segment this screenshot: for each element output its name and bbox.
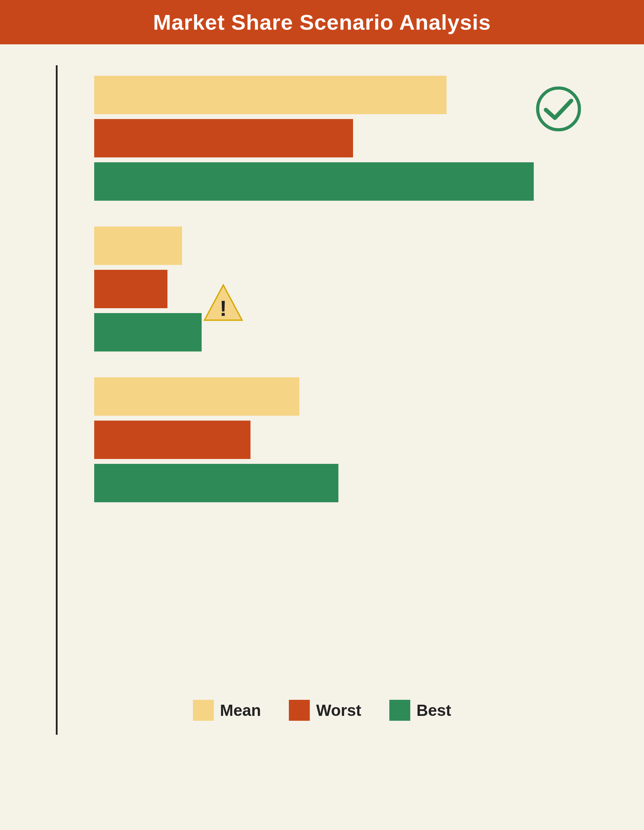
bar-row-mean-3 — [94, 377, 609, 416]
bar-row-worst-1 — [94, 119, 609, 157]
legend-item-worst: Worst — [289, 700, 361, 721]
legend-label-worst: Worst — [316, 701, 361, 720]
bar-best-1 — [94, 162, 534, 201]
legend-swatch-best — [389, 700, 410, 721]
chart-header: Market Share Scenario Analysis — [0, 0, 644, 44]
legend-label-mean: Mean — [220, 701, 261, 720]
checkmark-icon — [536, 86, 581, 131]
chart-title: Market Share Scenario Analysis — [153, 10, 491, 34]
bar-row-best-2 — [94, 313, 609, 352]
bar-worst-2 — [94, 270, 168, 308]
legend-swatch-mean — [193, 700, 214, 721]
bar-best-2 — [94, 313, 202, 352]
svg-point-0 — [538, 88, 579, 130]
warning-icon: ! — [203, 282, 244, 323]
bar-worst-1 — [94, 119, 353, 157]
bar-row-best-3 — [94, 464, 609, 502]
bar-row-best-1 — [94, 162, 609, 201]
chart-area: ! — [0, 44, 644, 749]
legend-item-mean: Mean — [193, 700, 261, 721]
legend: Mean Worst Best — [0, 689, 644, 738]
bar-group-3 — [94, 377, 609, 507]
legend-item-best: Best — [389, 700, 451, 721]
bar-mean-2 — [94, 227, 182, 265]
y-axis — [56, 65, 58, 735]
bar-worst-3 — [94, 421, 250, 459]
legend-label-best: Best — [416, 701, 451, 720]
bar-row-worst-3 — [94, 421, 609, 459]
svg-text:!: ! — [220, 296, 227, 320]
bar-groups — [94, 76, 609, 528]
bar-row-mean-1 — [94, 76, 609, 114]
bar-group-2 — [94, 227, 609, 356]
bar-group-1 — [94, 76, 609, 206]
bar-best-3 — [94, 464, 339, 502]
bar-row-worst-2 — [94, 270, 609, 308]
bar-row-mean-2 — [94, 227, 609, 265]
bar-mean-1 — [94, 76, 446, 114]
legend-swatch-worst — [289, 700, 310, 721]
bar-mean-3 — [94, 377, 299, 416]
